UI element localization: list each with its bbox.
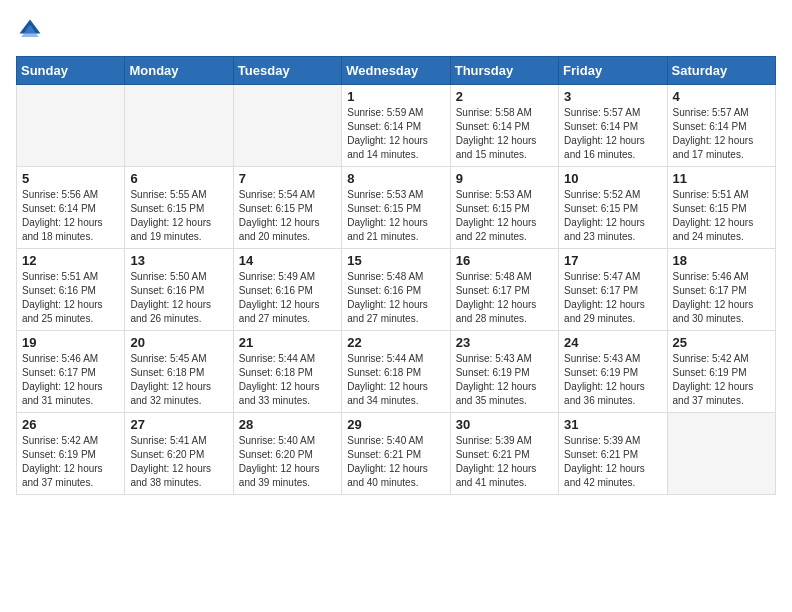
calendar-day-cell: 4Sunrise: 5:57 AM Sunset: 6:14 PM Daylig… [667,85,775,167]
day-number: 17 [564,253,661,268]
calendar-day-cell: 25Sunrise: 5:42 AM Sunset: 6:19 PM Dayli… [667,331,775,413]
day-number: 6 [130,171,227,186]
day-of-week-header: Friday [559,57,667,85]
calendar-day-cell: 16Sunrise: 5:48 AM Sunset: 6:17 PM Dayli… [450,249,558,331]
calendar-day-cell: 17Sunrise: 5:47 AM Sunset: 6:17 PM Dayli… [559,249,667,331]
day-of-week-header: Monday [125,57,233,85]
calendar-day-cell: 21Sunrise: 5:44 AM Sunset: 6:18 PM Dayli… [233,331,341,413]
day-number: 31 [564,417,661,432]
calendar-day-cell: 20Sunrise: 5:45 AM Sunset: 6:18 PM Dayli… [125,331,233,413]
day-info: Sunrise: 5:41 AM Sunset: 6:20 PM Dayligh… [130,434,227,490]
calendar-week-row: 1Sunrise: 5:59 AM Sunset: 6:14 PM Daylig… [17,85,776,167]
calendar-day-cell: 29Sunrise: 5:40 AM Sunset: 6:21 PM Dayli… [342,413,450,495]
calendar-week-row: 12Sunrise: 5:51 AM Sunset: 6:16 PM Dayli… [17,249,776,331]
calendar-day-cell: 19Sunrise: 5:46 AM Sunset: 6:17 PM Dayli… [17,331,125,413]
calendar-day-cell: 7Sunrise: 5:54 AM Sunset: 6:15 PM Daylig… [233,167,341,249]
calendar-day-cell: 15Sunrise: 5:48 AM Sunset: 6:16 PM Dayli… [342,249,450,331]
day-number: 9 [456,171,553,186]
calendar-day-cell: 24Sunrise: 5:43 AM Sunset: 6:19 PM Dayli… [559,331,667,413]
day-info: Sunrise: 5:46 AM Sunset: 6:17 PM Dayligh… [673,270,770,326]
day-info: Sunrise: 5:46 AM Sunset: 6:17 PM Dayligh… [22,352,119,408]
day-of-week-header: Thursday [450,57,558,85]
calendar-week-row: 26Sunrise: 5:42 AM Sunset: 6:19 PM Dayli… [17,413,776,495]
logo-icon [16,16,44,44]
calendar-day-cell: 2Sunrise: 5:58 AM Sunset: 6:14 PM Daylig… [450,85,558,167]
calendar-day-cell: 3Sunrise: 5:57 AM Sunset: 6:14 PM Daylig… [559,85,667,167]
day-info: Sunrise: 5:58 AM Sunset: 6:14 PM Dayligh… [456,106,553,162]
day-info: Sunrise: 5:49 AM Sunset: 6:16 PM Dayligh… [239,270,336,326]
calendar-day-cell: 6Sunrise: 5:55 AM Sunset: 6:15 PM Daylig… [125,167,233,249]
day-number: 14 [239,253,336,268]
day-of-week-header: Sunday [17,57,125,85]
day-number: 8 [347,171,444,186]
day-info: Sunrise: 5:54 AM Sunset: 6:15 PM Dayligh… [239,188,336,244]
calendar-day-cell: 28Sunrise: 5:40 AM Sunset: 6:20 PM Dayli… [233,413,341,495]
day-info: Sunrise: 5:57 AM Sunset: 6:14 PM Dayligh… [673,106,770,162]
calendar-day-cell: 14Sunrise: 5:49 AM Sunset: 6:16 PM Dayli… [233,249,341,331]
day-number: 29 [347,417,444,432]
calendar-day-cell: 31Sunrise: 5:39 AM Sunset: 6:21 PM Dayli… [559,413,667,495]
day-of-week-header: Saturday [667,57,775,85]
day-info: Sunrise: 5:51 AM Sunset: 6:15 PM Dayligh… [673,188,770,244]
day-number: 7 [239,171,336,186]
day-number: 15 [347,253,444,268]
calendar-day-cell [17,85,125,167]
day-info: Sunrise: 5:42 AM Sunset: 6:19 PM Dayligh… [673,352,770,408]
day-info: Sunrise: 5:50 AM Sunset: 6:16 PM Dayligh… [130,270,227,326]
calendar-day-cell: 9Sunrise: 5:53 AM Sunset: 6:15 PM Daylig… [450,167,558,249]
day-info: Sunrise: 5:39 AM Sunset: 6:21 PM Dayligh… [564,434,661,490]
day-number: 20 [130,335,227,350]
day-number: 1 [347,89,444,104]
calendar-day-cell: 22Sunrise: 5:44 AM Sunset: 6:18 PM Dayli… [342,331,450,413]
day-info: Sunrise: 5:55 AM Sunset: 6:15 PM Dayligh… [130,188,227,244]
calendar-day-cell: 1Sunrise: 5:59 AM Sunset: 6:14 PM Daylig… [342,85,450,167]
day-number: 4 [673,89,770,104]
calendar-day-cell: 27Sunrise: 5:41 AM Sunset: 6:20 PM Dayli… [125,413,233,495]
calendar-table: SundayMondayTuesdayWednesdayThursdayFrid… [16,56,776,495]
day-info: Sunrise: 5:56 AM Sunset: 6:14 PM Dayligh… [22,188,119,244]
day-info: Sunrise: 5:53 AM Sunset: 6:15 PM Dayligh… [347,188,444,244]
day-number: 28 [239,417,336,432]
calendar-day-cell: 30Sunrise: 5:39 AM Sunset: 6:21 PM Dayli… [450,413,558,495]
day-info: Sunrise: 5:59 AM Sunset: 6:14 PM Dayligh… [347,106,444,162]
day-number: 18 [673,253,770,268]
day-number: 13 [130,253,227,268]
day-number: 26 [22,417,119,432]
calendar-day-cell: 8Sunrise: 5:53 AM Sunset: 6:15 PM Daylig… [342,167,450,249]
day-info: Sunrise: 5:39 AM Sunset: 6:21 PM Dayligh… [456,434,553,490]
day-number: 2 [456,89,553,104]
day-number: 24 [564,335,661,350]
day-info: Sunrise: 5:57 AM Sunset: 6:14 PM Dayligh… [564,106,661,162]
day-number: 16 [456,253,553,268]
day-info: Sunrise: 5:48 AM Sunset: 6:16 PM Dayligh… [347,270,444,326]
logo [16,16,48,44]
day-number: 21 [239,335,336,350]
day-number: 3 [564,89,661,104]
page-header [16,16,776,44]
day-number: 30 [456,417,553,432]
day-of-week-header: Tuesday [233,57,341,85]
day-info: Sunrise: 5:45 AM Sunset: 6:18 PM Dayligh… [130,352,227,408]
calendar-day-cell: 5Sunrise: 5:56 AM Sunset: 6:14 PM Daylig… [17,167,125,249]
day-number: 27 [130,417,227,432]
day-number: 12 [22,253,119,268]
day-info: Sunrise: 5:40 AM Sunset: 6:21 PM Dayligh… [347,434,444,490]
calendar-day-cell: 12Sunrise: 5:51 AM Sunset: 6:16 PM Dayli… [17,249,125,331]
calendar-day-cell: 10Sunrise: 5:52 AM Sunset: 6:15 PM Dayli… [559,167,667,249]
calendar-day-cell [125,85,233,167]
calendar-day-cell: 11Sunrise: 5:51 AM Sunset: 6:15 PM Dayli… [667,167,775,249]
day-number: 25 [673,335,770,350]
day-number: 11 [673,171,770,186]
calendar-day-cell: 26Sunrise: 5:42 AM Sunset: 6:19 PM Dayli… [17,413,125,495]
day-info: Sunrise: 5:52 AM Sunset: 6:15 PM Dayligh… [564,188,661,244]
day-info: Sunrise: 5:40 AM Sunset: 6:20 PM Dayligh… [239,434,336,490]
day-number: 22 [347,335,444,350]
calendar-week-row: 5Sunrise: 5:56 AM Sunset: 6:14 PM Daylig… [17,167,776,249]
calendar-day-cell [233,85,341,167]
calendar-week-row: 19Sunrise: 5:46 AM Sunset: 6:17 PM Dayli… [17,331,776,413]
day-info: Sunrise: 5:48 AM Sunset: 6:17 PM Dayligh… [456,270,553,326]
day-of-week-header: Wednesday [342,57,450,85]
day-info: Sunrise: 5:43 AM Sunset: 6:19 PM Dayligh… [564,352,661,408]
day-info: Sunrise: 5:47 AM Sunset: 6:17 PM Dayligh… [564,270,661,326]
day-number: 10 [564,171,661,186]
